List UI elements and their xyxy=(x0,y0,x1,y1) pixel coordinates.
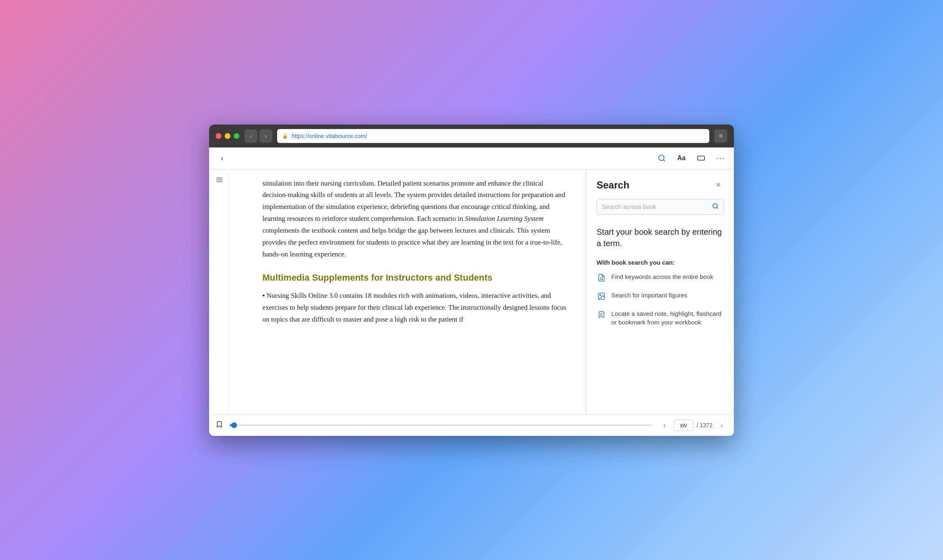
svg-line-1 xyxy=(663,160,665,161)
font-toolbar-button[interactable]: Aa xyxy=(675,152,688,165)
progress-dot xyxy=(231,422,237,428)
page-input[interactable] xyxy=(674,419,693,431)
nav-buttons: ‹ › xyxy=(244,129,272,143)
search-feature-keywords-text: Find keywords across the entire book xyxy=(611,272,713,281)
search-panel: Search × Start your book search by enter… xyxy=(586,170,734,415)
page-total: / 1372 xyxy=(697,422,713,429)
svg-line-7 xyxy=(717,207,718,209)
font-icon: Aa xyxy=(677,154,686,162)
toolbar-right: Aa ··· xyxy=(655,152,727,165)
browser-forward-button[interactable]: › xyxy=(259,129,272,143)
search-feature-figures: Search for important figures xyxy=(597,291,724,301)
url-text: https://online.vitalsource.com/ xyxy=(292,133,367,139)
browser-back-button[interactable]: ‹ xyxy=(244,129,257,143)
search-feature-workbook-text: Locate a saved note, highlight, flashcar… xyxy=(611,309,724,326)
flashcard-toolbar-button[interactable] xyxy=(695,152,708,165)
section-heading: Multimedia Supplements for Instructors a… xyxy=(262,272,570,284)
search-panel-header: Search × xyxy=(597,179,724,191)
content-wrapper: simulation into their nursing curriculum… xyxy=(230,170,586,341)
page-input-wrapper xyxy=(674,419,693,431)
search-features-title: With book search you can: xyxy=(597,259,724,266)
workbook-icon xyxy=(597,310,606,320)
search-input[interactable] xyxy=(602,203,712,210)
prev-page-button[interactable]: ‹ xyxy=(659,419,670,431)
bottom-left xyxy=(216,421,223,430)
search-toolbar-button[interactable] xyxy=(655,152,668,165)
book-paragraph-1: simulation into their nursing curriculum… xyxy=(262,178,570,261)
bookmark-button[interactable] xyxy=(216,421,223,430)
search-feature-workbook: Locate a saved note, highlight, flashcar… xyxy=(597,309,724,326)
browser-menu-button[interactable]: ≡ xyxy=(714,129,727,143)
book-italic-text: Simulation Learning System xyxy=(465,215,544,222)
minimize-traffic-light[interactable] xyxy=(225,133,230,139)
bottom-right: ‹ / 1372 › xyxy=(659,419,727,431)
main-content: simulation into their nursing curriculum… xyxy=(209,170,734,415)
search-submit-icon[interactable] xyxy=(712,203,719,211)
image-icon xyxy=(597,291,606,301)
maximize-traffic-light[interactable] xyxy=(234,133,239,139)
toolbar-left: ‹ xyxy=(216,152,229,165)
svg-point-11 xyxy=(600,294,601,295)
traffic-lights xyxy=(216,133,239,139)
doc-icon xyxy=(597,273,606,283)
book-bullet-1: Nursing Skills Online 3.0 contains 18 mo… xyxy=(262,290,570,326)
browser-window: ‹ › 🔒 https://online.vitalsource.com/ ≡ … xyxy=(209,125,734,436)
reader-back-button[interactable]: ‹ xyxy=(216,152,229,165)
book-content: simulation into their nursing curriculum… xyxy=(230,170,586,415)
search-feature-figures-text: Search for important figures xyxy=(611,291,687,299)
top-toolbar: ‹ Aa ··· xyxy=(209,147,734,170)
search-panel-title: Search xyxy=(597,179,629,191)
search-feature-keywords: Find keywords across the entire book xyxy=(597,272,724,283)
more-toolbar-button[interactable]: ··· xyxy=(714,152,727,165)
next-page-button[interactable]: › xyxy=(716,419,727,431)
close-traffic-light[interactable] xyxy=(216,133,221,139)
search-close-button[interactable]: × xyxy=(713,179,724,191)
address-bar[interactable]: 🔒 https://online.vitalsource.com/ xyxy=(277,129,709,143)
app-area: ‹ Aa ··· xyxy=(209,147,734,436)
more-icon: ··· xyxy=(716,154,725,163)
search-input-wrapper[interactable] xyxy=(597,199,724,215)
lock-icon: 🔒 xyxy=(282,133,288,139)
sidebar-menu-icon[interactable] xyxy=(216,176,223,186)
browser-chrome: ‹ › 🔒 https://online.vitalsource.com/ ≡ xyxy=(209,125,734,147)
search-intro-text: Start your book search by entering a ter… xyxy=(597,226,724,249)
progress-bar[interactable] xyxy=(230,424,652,426)
left-sidebar-area xyxy=(209,170,230,415)
bottom-bar: ‹ / 1372 › xyxy=(209,415,734,436)
